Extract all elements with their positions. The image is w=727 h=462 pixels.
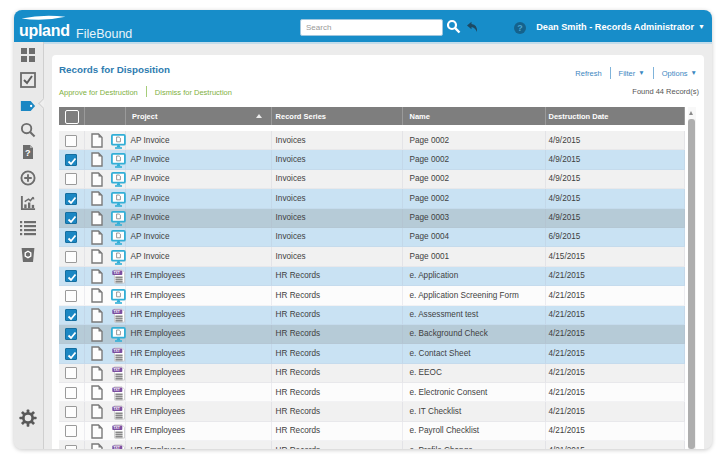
svg-text:?: ? (25, 148, 31, 158)
